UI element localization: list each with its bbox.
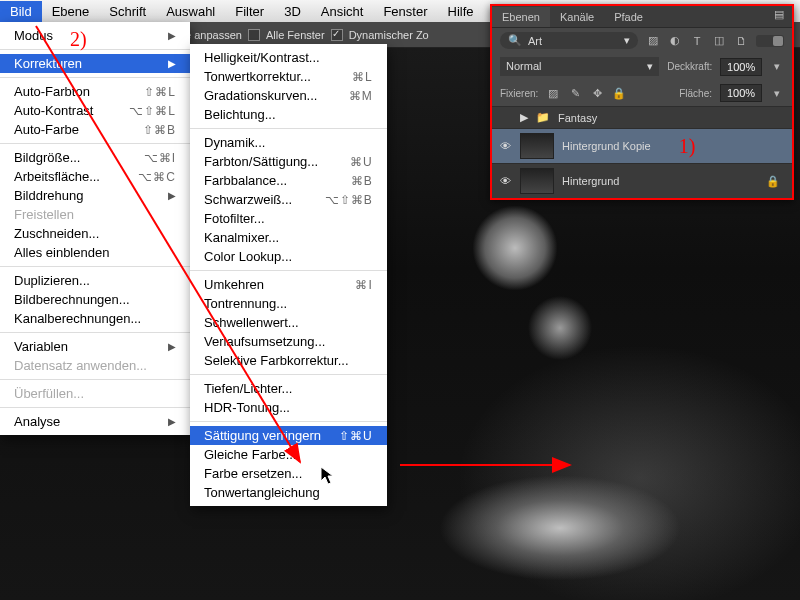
- filter-adjust-icon[interactable]: ◐: [668, 34, 682, 48]
- filter-shape-icon[interactable]: ◫: [712, 34, 726, 48]
- menu-item-label: Analyse: [14, 414, 60, 429]
- layer-group-fantasy[interactable]: ▶ 📁 Fantasy: [492, 106, 792, 128]
- fill-dropdown-icon[interactable]: ▾: [770, 86, 784, 100]
- menu-item-label: Variablen: [14, 339, 68, 354]
- menu_bild-item[interactable]: Korrekturen▶: [0, 54, 190, 73]
- dynamic-zoom-checkbox[interactable]: [331, 29, 343, 41]
- menu_bild-item[interactable]: Modus▶: [0, 26, 190, 45]
- menu_korr-item[interactable]: Schwarzweiß...⌥⇧⌘B: [190, 190, 387, 209]
- menu_bild-item[interactable]: Bildgröße...⌥⌘I: [0, 148, 190, 167]
- menu_korr-item[interactable]: Tiefen/Lichter...: [190, 379, 387, 398]
- menu_bild-item[interactable]: Auto-Farbton⇧⌘L: [0, 82, 190, 101]
- menu-fenster[interactable]: Fenster: [373, 1, 437, 22]
- menu-item-label: Auto-Kontrast: [14, 103, 94, 118]
- layer-hintergrund-kopie[interactable]: 👁 Hintergrund Kopie 1): [492, 128, 792, 163]
- menu-bild[interactable]: Bild: [0, 1, 42, 22]
- lock-brush-icon[interactable]: ✎: [568, 86, 582, 100]
- layer-filter-mode: Art: [528, 35, 542, 47]
- menu_korr-item[interactable]: Tontrennung...: [190, 294, 387, 313]
- menu_korr-item[interactable]: Color Lookup...: [190, 247, 387, 266]
- menu-ebene[interactable]: Ebene: [42, 1, 100, 22]
- menu_korr-item[interactable]: Verlaufsumsetzung...: [190, 332, 387, 351]
- menu_bild-item[interactable]: Kanalberechnungen...: [0, 309, 190, 328]
- lock-all-icon[interactable]: 🔒: [612, 86, 626, 100]
- menu_korr-item[interactable]: Schwellenwert...: [190, 313, 387, 332]
- visibility-toggle[interactable]: 👁: [498, 175, 512, 187]
- blend-mode-value: Normal: [506, 60, 541, 73]
- menu_korr-item[interactable]: Farbe ersetzen...: [190, 464, 387, 483]
- lock-position-icon[interactable]: ✥: [590, 86, 604, 100]
- menu-3d[interactable]: 3D: [274, 1, 311, 22]
- menu_bild-item[interactable]: Zuschneiden...: [0, 224, 190, 243]
- menu_korr-item[interactable]: Kanalmixer...: [190, 228, 387, 247]
- menu_bild-item[interactable]: Duplizieren...: [0, 271, 190, 290]
- menu_korr-item[interactable]: Gleiche Farbe...: [190, 445, 387, 464]
- tab-kanaele[interactable]: Kanäle: [550, 7, 604, 27]
- menu_bild-item[interactable]: Arbeitsfläche...⌥⌘C: [0, 167, 190, 186]
- filter-image-icon[interactable]: ▨: [646, 34, 660, 48]
- menu_korr-item[interactable]: HDR-Tonung...: [190, 398, 387, 417]
- menu-filter[interactable]: Filter: [225, 1, 274, 22]
- filter-smart-icon[interactable]: 🗋: [734, 34, 748, 48]
- menu_korr-item[interactable]: Belichtung...: [190, 105, 387, 124]
- opacity-dropdown-icon[interactable]: ▾: [770, 60, 784, 74]
- layer-thumbnail[interactable]: [520, 168, 554, 194]
- layer-filter-select[interactable]: 🔍 Art ▾: [500, 32, 638, 49]
- menu_bild-item[interactable]: Auto-Farbe⇧⌘B: [0, 120, 190, 139]
- lock-icon[interactable]: 🔒: [766, 175, 780, 188]
- chevron-right-icon[interactable]: ▶: [520, 111, 528, 124]
- layer-name[interactable]: Hintergrund: [562, 175, 619, 187]
- menu_korr-item[interactable]: Farbbalance...⌘B: [190, 171, 387, 190]
- menu_korr-item[interactable]: Tonwertangleichung: [190, 483, 387, 502]
- chevron-right-icon: ▶: [168, 58, 176, 69]
- fill-input[interactable]: 100%: [720, 84, 762, 102]
- opacity-label: Deckkraft:: [667, 61, 712, 72]
- menu_bild-item[interactable]: Bilddrehung▶: [0, 186, 190, 205]
- menu_bild-item[interactable]: Auto-Kontrast⌥⇧⌘L: [0, 101, 190, 120]
- menu_bild-item: Freistellen: [0, 205, 190, 224]
- shortcut-label: ⇧⌘B: [143, 123, 176, 137]
- menu_bild-item[interactable]: Variablen▶: [0, 337, 190, 356]
- menu_bild-item[interactable]: Bildberechnungen...: [0, 290, 190, 309]
- panel-menu-icon[interactable]: ▤: [766, 2, 792, 27]
- menu-hilfe[interactable]: Hilfe: [438, 1, 484, 22]
- menu_korr-item[interactable]: Tonwertkorrektur...⌘L: [190, 67, 387, 86]
- menu-ansicht[interactable]: Ansicht: [311, 1, 374, 22]
- menu-item-label: Zuschneiden...: [14, 226, 99, 241]
- menu-item-label: Helligkeit/Kontrast...: [204, 50, 320, 65]
- visibility-toggle[interactable]: 👁: [498, 140, 512, 152]
- tab-pfade[interactable]: Pfade: [604, 7, 653, 27]
- menu_korr-item[interactable]: Umkehren⌘I: [190, 275, 387, 294]
- layer-thumbnail[interactable]: [520, 133, 554, 159]
- shortcut-label: ⌥⇧⌘L: [129, 104, 176, 118]
- layer-name[interactable]: Hintergrund Kopie: [562, 140, 651, 152]
- menu_bild-item[interactable]: Analyse▶: [0, 412, 190, 431]
- chevron-right-icon: ▶: [168, 30, 176, 41]
- menu_bild-item[interactable]: Alles einblenden: [0, 243, 190, 262]
- menu-item-label: Tiefen/Lichter...: [204, 381, 292, 396]
- menu_korr-item[interactable]: Dynamik...: [190, 133, 387, 152]
- opacity-input[interactable]: 100%: [720, 58, 762, 76]
- fill-label: Fläche:: [679, 88, 712, 99]
- menu-item-label: Arbeitsfläche...: [14, 169, 100, 184]
- menu-schrift[interactable]: Schrift: [99, 1, 156, 22]
- lock-pixels-icon[interactable]: ▨: [546, 86, 560, 100]
- menu_korr-item[interactable]: Selektive Farbkorrektur...: [190, 351, 387, 370]
- menu_korr-item[interactable]: Sättigung verringern⇧⌘U: [190, 426, 387, 445]
- tab-ebenen[interactable]: Ebenen: [492, 7, 550, 27]
- menu-item-label: Kanalberechnungen...: [14, 311, 141, 326]
- layer-name[interactable]: Fantasy: [558, 112, 597, 124]
- menu_korr-item[interactable]: Helligkeit/Kontrast...: [190, 48, 387, 67]
- menu-auswahl[interactable]: Auswahl: [156, 1, 225, 22]
- all-windows-checkbox[interactable]: [248, 29, 260, 41]
- menu_korr-item[interactable]: Farbton/Sättigung...⌘U: [190, 152, 387, 171]
- menu-item-label: Auto-Farbe: [14, 122, 79, 137]
- menu_korr-item[interactable]: Fotofilter...: [190, 209, 387, 228]
- filter-type-icon[interactable]: T: [690, 34, 704, 48]
- blend-mode-select[interactable]: Normal▾: [500, 57, 659, 76]
- lock-label: Fixieren:: [500, 88, 538, 99]
- menu-item-label: Sättigung verringern: [204, 428, 321, 443]
- menu_korr-item[interactable]: Gradationskurven...⌘M: [190, 86, 387, 105]
- filter-toggle[interactable]: [756, 35, 784, 47]
- layer-hintergrund[interactable]: 👁 Hintergrund 🔒: [492, 163, 792, 198]
